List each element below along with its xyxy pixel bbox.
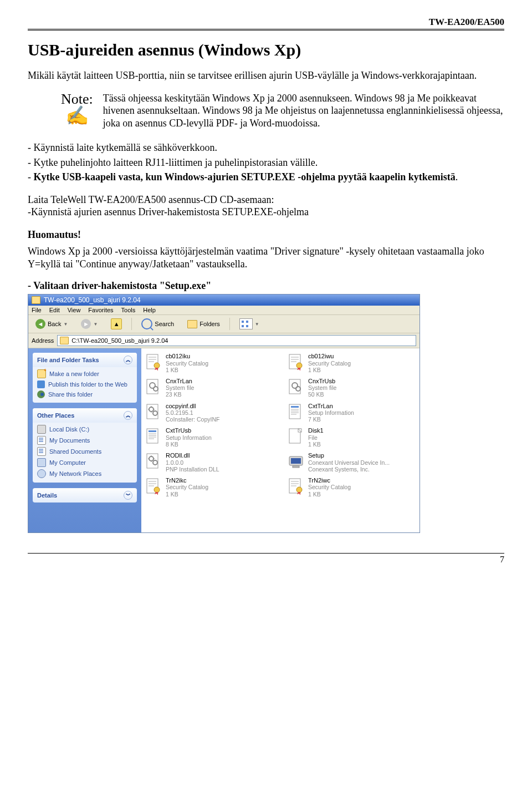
file-item[interactable]: RODll.dll1.0.0.0PNP Installation DLL — [145, 452, 274, 473]
file-name: CnxTrLan — [166, 378, 194, 385]
folder-icon — [32, 296, 40, 304]
file-type: Security Catalog — [166, 360, 208, 367]
place-my-network-places[interactable]: My Network Places — [37, 469, 132, 478]
place-my-computer[interactable]: My Computer — [37, 458, 132, 467]
forward-button[interactable]: ► ▼ — [77, 317, 101, 331]
file-name: RODll.dll — [166, 452, 219, 459]
file-item[interactable]: cb012iwuSecurity Catalog1 KB — [287, 353, 416, 373]
file-item[interactable]: CnxTrUsbSystem file50 KB — [287, 378, 416, 398]
computer-icon — [37, 458, 46, 467]
file-name: Setup — [308, 452, 390, 459]
file-name: TrN2iwc — [308, 477, 351, 484]
explorer-titlebar[interactable]: TW-ea200_500_usb_ajuri 9.2.04 — [28, 295, 420, 306]
new-folder-icon — [37, 369, 46, 378]
file-size: 23 KB — [166, 391, 194, 398]
network-icon — [37, 469, 46, 478]
menu-favorites[interactable]: Favorites — [88, 307, 113, 313]
back-icon: ◄ — [35, 319, 45, 329]
file-item[interactable]: CnxTrLanSystem file23 KB — [145, 378, 274, 398]
file-meta: SetupConexant Universal Device In...Cone… — [308, 452, 390, 473]
toolbar-separator — [131, 318, 132, 330]
menu-edit[interactable]: Edit — [49, 307, 60, 313]
file-type: Security Catalog — [308, 484, 351, 490]
place-my-documents[interactable]: My Documents — [37, 436, 132, 445]
step-b: - Kytke puhelinjohto laitteen RJ11-liitt… — [28, 156, 504, 169]
folders-label: Folders — [200, 321, 220, 327]
file-item[interactable]: SetupConexant Universal Device In...Cone… — [287, 452, 416, 473]
file-item[interactable]: cocpyinf.dll5.0.2195.1CoInstaller: CopyI… — [145, 403, 274, 423]
file-item[interactable]: TrN2ikcSecurity Catalog1 KB — [145, 477, 274, 498]
sidebar-details: Details ︾ — [33, 488, 137, 503]
publish-icon — [37, 380, 45, 388]
up-button[interactable]: ▲ — [107, 317, 126, 331]
file-item[interactable]: TrN2iwcSecurity Catalog1 KB — [287, 477, 416, 498]
sys-icon — [145, 378, 162, 395]
intro-paragraph: Mikäli käytät laitteen USB-porttia, niin… — [28, 69, 504, 82]
note-block: Note: ✍ Tässä ohjeessa keskitytään Windo… — [61, 92, 504, 130]
step-c-prefix: - — [28, 171, 34, 182]
place-local-disk[interactable]: Local Disk (C:) — [37, 425, 132, 434]
svg-point-1 — [154, 363, 160, 368]
file-type: Setup Information — [308, 409, 354, 416]
address-field[interactable]: C:\TW-ea200_500_usb_ajuri 9.2.04 — [57, 335, 416, 346]
file-item[interactable]: CxtTrUsbSetup Information8 KB — [145, 427, 274, 448]
file-type: Conexant Universal Device In... — [308, 459, 390, 466]
sidebar-other-places-header[interactable]: Other Places ︽ — [33, 408, 137, 423]
file-size: 50 KB — [308, 391, 336, 398]
task-make-new-folder[interactable]: Make a new folder — [37, 369, 132, 378]
sidebar-file-tasks-header[interactable]: File and Folder Tasks ︽ — [33, 353, 137, 367]
file-meta: RODll.dll1.0.0.0PNP Installation DLL — [166, 452, 219, 473]
file-type: 1.0.0.0 — [166, 459, 219, 466]
file-meta: TrN2ikcSecurity Catalog1 KB — [166, 477, 208, 498]
file-item[interactable]: CxtTrLanSetup Information7 KB — [287, 403, 416, 423]
file-size: 1 KB — [308, 441, 324, 448]
sidebar-other-places-title: Other Places — [37, 412, 74, 419]
file-name: CxtTrLan — [308, 403, 354, 410]
sidebar-other-places: Other Places ︽ Local Disk (C:) My Docume… — [33, 408, 137, 483]
explorer-toolbar: ◄ Back ▼ ► ▼ ▲ Search Folders — [28, 315, 420, 333]
explorer-file-list: cb012ikuSecurity Catalog1 KBcb012iwuSecu… — [141, 348, 420, 532]
search-button[interactable]: Search — [137, 317, 178, 331]
sidebar-details-header[interactable]: Details ︾ — [33, 488, 137, 503]
task-label: Make a new folder — [49, 371, 99, 377]
place-label: Shared Documents — [49, 448, 101, 455]
menu-file[interactable]: File — [32, 307, 42, 313]
header-model: TW-EA200/EA500 — [28, 17, 504, 28]
file-size: 7 KB — [308, 416, 354, 423]
menu-help[interactable]: Help — [143, 307, 156, 313]
file-size: PNP Installation DLL — [166, 466, 219, 473]
menu-view[interactable]: View — [68, 307, 81, 313]
file-meta: CxtTrLanSetup Information7 KB — [308, 403, 354, 423]
file-size: CoInstaller: CopyINF — [166, 416, 219, 423]
place-label: My Network Places — [49, 470, 101, 477]
place-shared-documents[interactable]: Shared Documents — [37, 447, 132, 456]
file-name: cb012iku — [166, 353, 208, 360]
task-publish-folder[interactable]: Publish this folder to the Web — [37, 380, 132, 388]
file-meta: CnxTrUsbSystem file50 KB — [308, 378, 336, 398]
insert-cd-paragraph: Laita TeleWell TW-EA200/EA500 asennus-CD… — [28, 194, 504, 219]
cert-icon — [145, 353, 162, 371]
back-button[interactable]: ◄ Back ▼ — [32, 317, 71, 331]
file-item[interactable]: cb012ikuSecurity Catalog1 KB — [145, 353, 274, 373]
up-icon: ▲ — [111, 318, 122, 329]
share-icon — [37, 390, 45, 398]
folders-button[interactable]: Folders — [183, 318, 224, 330]
file-size: 1 KB — [308, 491, 351, 498]
step-c: - Kytke USB-kaapeli vasta, kun Windows-a… — [28, 171, 504, 184]
chevron-up-icon: ︽ — [124, 356, 132, 364]
svg-rect-23 — [291, 458, 301, 464]
views-button[interactable]: ▼ — [236, 317, 263, 331]
file-item[interactable]: Disk1File1 KB — [287, 427, 416, 448]
document-page: TW-EA200/EA500 USB-ajureiden asennus (Wi… — [0, 0, 532, 576]
header-rule — [28, 29, 504, 31]
file-meta: cocpyinf.dll5.0.2195.1CoInstaller: CopyI… — [166, 403, 219, 423]
file-name: cocpyinf.dll — [166, 403, 219, 410]
svg-point-26 — [154, 487, 160, 493]
task-share-folder[interactable]: Share this folder — [37, 390, 132, 398]
menu-tools[interactable]: Tools — [121, 307, 136, 313]
place-label: My Documents — [49, 437, 90, 444]
documents-icon — [37, 436, 46, 445]
chevron-down-icon: ▼ — [93, 322, 98, 327]
documents-icon — [37, 447, 46, 456]
setup-icon — [287, 452, 305, 470]
